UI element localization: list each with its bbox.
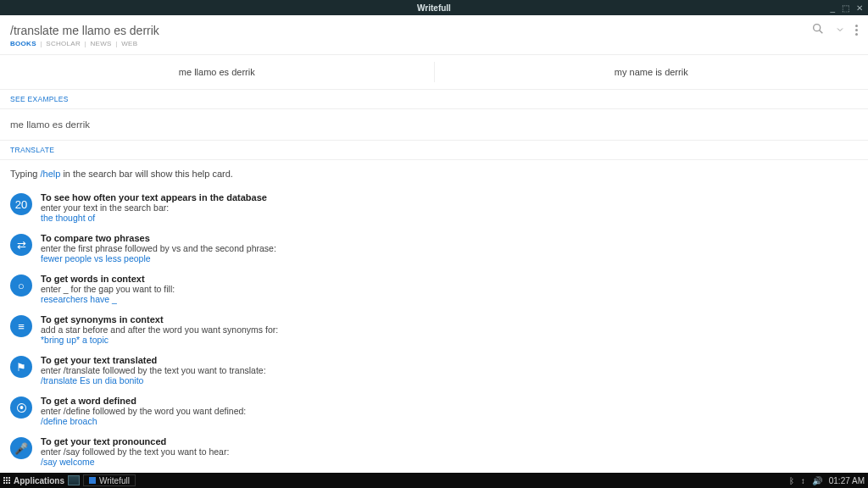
source-books[interactable]: BOOKS bbox=[10, 40, 36, 47]
volume-icon[interactable]: 🔊 bbox=[812, 476, 822, 485]
clock[interactable]: 01:27 AM bbox=[829, 476, 865, 485]
help-icon: ≡ bbox=[10, 315, 32, 337]
help-item-desc: enter /translate followed by the text yo… bbox=[41, 365, 266, 375]
help-item-title: To get a word defined bbox=[41, 396, 246, 406]
search-bar bbox=[0, 15, 868, 40]
example-text: me llamo es derrik bbox=[0, 109, 868, 140]
help-item: 🎤To get your text pronouncedenter /say f… bbox=[10, 431, 858, 472]
help-item-desc: enter the first phrase followed by vs an… bbox=[41, 243, 276, 253]
help-icon: 20 bbox=[10, 193, 32, 215]
svg-line-1 bbox=[820, 30, 823, 34]
help-item-desc: enter your text in the search bar: bbox=[41, 202, 267, 213]
help-icon: ○ bbox=[10, 274, 32, 297]
window-titlebar: Writefull _ ⬚ ✕ bbox=[0, 0, 868, 15]
source-selector: BOOKS | SCHOLAR | NEWS | WEB bbox=[0, 40, 868, 53]
search-input[interactable] bbox=[10, 24, 811, 37]
system-taskbar: Applications Writefull ᛒ ↕ 🔊 01:27 AM bbox=[0, 473, 868, 488]
workspace-switcher[interactable] bbox=[68, 475, 80, 485]
help-item-desc: enter _ for the gap you want to fill: bbox=[41, 284, 175, 294]
help-item-title: To get words in context bbox=[41, 274, 175, 284]
search-icon[interactable] bbox=[811, 22, 825, 38]
help-item-example[interactable]: /translate Es un dia bonito bbox=[41, 375, 266, 385]
applications-menu-button[interactable]: Applications bbox=[3, 476, 64, 485]
help-item-desc: add a star before and after the word you… bbox=[41, 324, 278, 335]
see-examples-link[interactable]: SEE EXAMPLES bbox=[0, 90, 868, 108]
source-web[interactable]: WEB bbox=[121, 40, 137, 47]
network-icon[interactable]: ↕ bbox=[801, 476, 805, 485]
help-icon: ⦿ bbox=[10, 396, 32, 419]
more-menu-icon[interactable] bbox=[855, 25, 858, 36]
help-item-example[interactable]: /define broach bbox=[41, 416, 246, 426]
help-item: 20To see how often your text appears in … bbox=[10, 187, 858, 228]
help-item-desc: enter /say followed by the text you want… bbox=[41, 446, 229, 457]
compare-left: me llamo es derrik bbox=[0, 55, 434, 89]
help-item-title: To get synonyms in context bbox=[41, 314, 278, 324]
bluetooth-icon[interactable]: ᛒ bbox=[789, 476, 794, 485]
help-item: ⚑To get your text translatedenter /trans… bbox=[10, 350, 858, 391]
help-item: ⦿To get a word definedenter /define foll… bbox=[10, 391, 858, 431]
window-controls: _ ⬚ ✕ bbox=[830, 0, 863, 15]
chevron-down-icon[interactable] bbox=[835, 24, 845, 37]
help-item-example[interactable]: researchers have _ bbox=[41, 294, 175, 304]
app-icon bbox=[89, 477, 96, 484]
svg-point-0 bbox=[814, 25, 821, 31]
maximize-button[interactable]: ⬚ bbox=[842, 3, 849, 13]
help-item: ≡To get synonyms in contextadd a star be… bbox=[10, 309, 858, 350]
help-item-title: To get your text pronounced bbox=[41, 436, 229, 446]
compare-right: my name is derrik bbox=[435, 55, 869, 89]
help-item: ⇄To compare two phrasesenter the first p… bbox=[10, 228, 858, 269]
close-button[interactable]: ✕ bbox=[856, 3, 863, 13]
help-list: 20To see how often your text appears in … bbox=[0, 184, 868, 473]
apps-grid-icon bbox=[3, 477, 10, 484]
help-icon: ⚑ bbox=[10, 356, 32, 378]
app-body: BOOKS | SCHOLAR | NEWS | WEB me llamo es… bbox=[0, 15, 868, 473]
help-item: ○To get words in contextenter _ for the … bbox=[10, 269, 858, 309]
help-icon: ⇄ bbox=[10, 234, 32, 256]
taskbar-task-writefull[interactable]: Writefull bbox=[83, 474, 136, 486]
help-item-title: To get your text translated bbox=[41, 355, 266, 365]
source-scholar[interactable]: SCHOLAR bbox=[46, 40, 81, 47]
help-item-title: To see how often your text appears in th… bbox=[41, 192, 267, 202]
help-item-desc: enter /define followed by the word you w… bbox=[41, 406, 246, 416]
minimize-button[interactable]: _ bbox=[830, 3, 835, 13]
source-news[interactable]: NEWS bbox=[91, 40, 112, 47]
help-item-title: To compare two phrases bbox=[41, 233, 276, 243]
window-title: Writefull bbox=[417, 3, 451, 13]
help-item-example[interactable]: /say welcome bbox=[41, 457, 229, 467]
translate-link[interactable]: TRANSLATE bbox=[0, 141, 868, 159]
help-item-example[interactable]: fewer people vs less people bbox=[41, 253, 276, 263]
help-intro: Typing /help in the search bar will show… bbox=[0, 160, 868, 184]
help-item-example[interactable]: the thought of bbox=[41, 213, 267, 223]
translation-compare: me llamo es derrik my name is derrik bbox=[0, 54, 868, 89]
help-icon: 🎤 bbox=[10, 437, 32, 459]
help-item-example[interactable]: *bring up* a topic bbox=[41, 335, 278, 345]
